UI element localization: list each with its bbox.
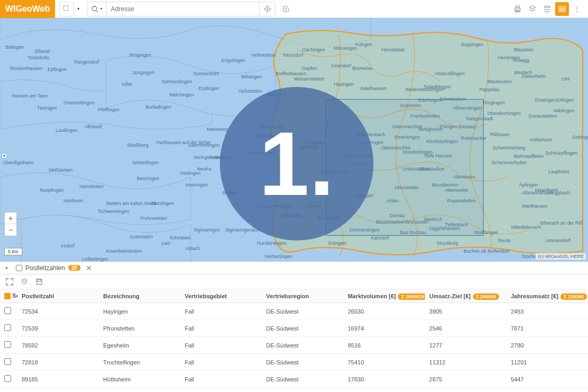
panel-collapse-button[interactable]: ▾ (2, 265, 11, 271)
cell-plz: 78592 (17, 337, 99, 354)
tab-label: Postleitzahlen (25, 264, 65, 272)
cell-plz: 72417 (17, 388, 99, 392)
row-select-checkbox[interactable] (4, 324, 11, 331)
cell-vertriebsgebiet: Fall (181, 371, 262, 388)
cell-umsatzziel: 3905 (425, 303, 506, 320)
search-caret-icon: ▾ (100, 6, 102, 11)
step-number: 1. (259, 119, 334, 209)
col-header-jahresumsatz[interactable]: Jahresumsatz [€]Σ 128260 (506, 289, 588, 303)
cell-umsatzziel: 2546 (425, 320, 506, 337)
cell-jahresumsatz: 11201 (506, 354, 588, 371)
svg-point-1 (92, 6, 97, 11)
app-header: WIGeoWeb ▾ ▾ ⋮ (0, 0, 588, 18)
toolbar-left: ▾ (55, 2, 84, 16)
table-row[interactable]: 72417JungingenFallDE-Südwest177442662244… (0, 388, 588, 392)
cell-bezeichnung: Jungingen (99, 388, 181, 392)
col-header-vertriebsgebiet[interactable]: Vertriebsgebiet (181, 289, 262, 303)
table-row[interactable]: 89185HüttisheimFallDE-Südwest17830267554… (0, 371, 588, 388)
row-select-checkbox[interactable] (4, 307, 11, 314)
cell-vertriebsgebiet: Fall (181, 337, 262, 354)
step-indicator-overlay: 1. (220, 87, 373, 240)
svg-rect-12 (516, 6, 519, 8)
col-header-bezeichnung[interactable]: Bezeichnung (99, 289, 181, 303)
col-header-plz[interactable]: Postleitzahl (17, 289, 99, 303)
save-table-button[interactable] (34, 277, 44, 287)
cell-vertriebsgebiet: Fall (181, 388, 262, 392)
cell-plz: 89185 (17, 371, 99, 388)
selection-tool-caret[interactable]: ▾ (77, 6, 79, 11)
cell-vertriebsregion: DE-Südwest (262, 388, 344, 392)
select-all-indicator[interactable] (4, 293, 11, 299)
col-header-umsatzziel[interactable]: Umsatz-Ziel [€]Σ 240005 (425, 289, 506, 303)
col-header-marktvolumen[interactable]: Marktvolumen [€]Σ 1600019 (343, 289, 425, 303)
cell-marktvolumen: 16974 (343, 320, 425, 337)
cell-bezeichnung: Hayingen (99, 303, 181, 320)
row-select-checkbox[interactable] (4, 341, 11, 348)
col-header-vertriebsregion[interactable]: Vertriebsregion (262, 289, 344, 303)
table-view-button[interactable] (555, 2, 569, 16)
table-header-row: Sel Postleitzahl Bezeichnung Vertriebsge… (0, 289, 588, 303)
map-area[interactable]: BalingenTilsänhöfeStockenhausenEpfingenR… (0, 18, 588, 262)
cell-bezeichnung: Trochtelfingen (99, 354, 181, 371)
tab-postleitzahlen[interactable]: Postleitzahlen 20 ✕ (16, 264, 92, 272)
svg-rect-14 (559, 6, 565, 12)
table-row[interactable]: 72539PfronstettenFallDE-Südwest169742546… (0, 320, 588, 337)
search-button[interactable]: ▾ (87, 2, 106, 16)
cell-vertriebsregion: DE-Südwest (262, 371, 344, 388)
cell-bezeichnung: Egesheim (99, 337, 181, 354)
print-button[interactable] (511, 2, 524, 16)
layers-button[interactable] (525, 2, 539, 16)
selection-tool-button[interactable] (59, 2, 74, 16)
cell-bezeichnung: Hüttisheim (99, 371, 181, 388)
col-header-select[interactable]: Sel (0, 289, 17, 303)
tab-count-badge: 20 (68, 265, 81, 271)
row-select-checkbox[interactable] (4, 358, 11, 365)
cell-vertriebsgebiet: Fall (181, 303, 262, 320)
table-row[interactable]: 78592EgesheimFallDE-Südwest851612772780 (0, 337, 588, 354)
svg-rect-0 (64, 6, 68, 11)
cell-marktvolumen: 8516 (343, 337, 425, 354)
results-tabs-bar: ▾ Postleitzahlen 20 ✕ (0, 262, 588, 274)
export-button[interactable] (19, 277, 30, 287)
cell-marktvolumen: 17830 (343, 371, 425, 388)
app-logo: WIGeoWeb (0, 0, 55, 18)
cell-umsatzziel: 1277 (425, 337, 506, 354)
row-select-checkbox[interactable] (4, 375, 11, 382)
cell-jahresumsatz: 5447 (506, 371, 588, 388)
tab-close-button[interactable]: ✕ (86, 264, 92, 272)
cell-umsatzziel: 2675 (425, 371, 506, 388)
cell-vertriebsgebiet: Fall (181, 354, 262, 371)
stack-button[interactable] (540, 2, 554, 16)
locate-button[interactable] (260, 2, 275, 16)
table-row[interactable]: 72534HayingenFallDE-Südwest2603039052493 (0, 303, 588, 320)
cell-plz: 72539 (17, 320, 99, 337)
search-group: ▾ (87, 2, 275, 16)
sum-badge-mv: Σ 1600019 (398, 293, 425, 300)
cell-marktvolumen: 75410 (343, 354, 425, 371)
cell-vertriebsregion: DE-Südwest (262, 354, 344, 371)
more-menu-button[interactable]: ⋮ (570, 2, 584, 16)
cell-bezeichnung: Pfronstetten (99, 320, 181, 337)
zoom-controls: + − (4, 212, 17, 236)
address-search-input[interactable] (106, 2, 260, 16)
zoom-in-button[interactable]: + (5, 212, 16, 224)
map-location-dot (2, 154, 6, 158)
cell-vertriebsgebiet: Fall (181, 320, 262, 337)
toolbar-right: ⋮ (511, 2, 588, 16)
zoom-out-button[interactable]: − (5, 224, 16, 236)
expand-table-button[interactable] (4, 277, 15, 287)
cell-umsatzziel: 11312 (425, 354, 506, 371)
cell-jahresumsatz: 2780 (506, 337, 588, 354)
map-attribution: (c) WIGeoGIS, HERE (536, 253, 586, 260)
clear-selection-button[interactable] (279, 2, 293, 16)
cell-jahresumsatz: 2444 (506, 388, 588, 392)
table-toolbar (0, 274, 588, 289)
cell-vertriebsregion: DE-Südwest (262, 337, 344, 354)
svg-line-2 (96, 10, 99, 12)
cell-plz: 72534 (17, 303, 99, 320)
sum-badge-uz: Σ 240005 (473, 293, 500, 300)
table-row[interactable]: 72818TrochtelfingenFallDE-Südwest7541011… (0, 354, 588, 371)
svg-rect-21 (38, 279, 41, 281)
cell-plz: 72818 (17, 354, 99, 371)
tab-visibility-checkbox[interactable] (16, 265, 22, 271)
